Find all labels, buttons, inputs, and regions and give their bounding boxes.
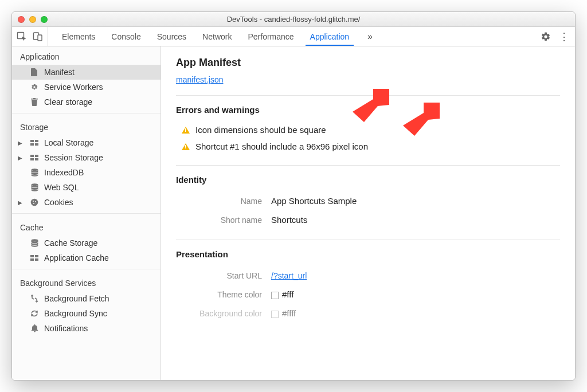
sidebar-item-local-storage[interactable]: ▶ Local Storage bbox=[12, 135, 161, 150]
sidebar-item-label: Background Sync bbox=[44, 309, 107, 318]
color-swatch bbox=[271, 311, 279, 318]
warning-text: Icon dimensions should be square bbox=[195, 125, 326, 135]
warning-text: Shortcut #1 should include a 96x96 pixel… bbox=[195, 142, 368, 151]
sidebar-item-label: Cookies bbox=[44, 198, 73, 207]
warning-icon bbox=[182, 143, 190, 150]
minimize-window-button[interactable] bbox=[29, 16, 36, 23]
tab-application[interactable]: Application bbox=[302, 27, 358, 46]
sidebar-item-label: Notifications bbox=[44, 324, 88, 333]
table-icon bbox=[30, 155, 38, 160]
svg-rect-20 bbox=[30, 258, 34, 261]
sidebar-item-indexeddb[interactable]: ▶ IndexedDB bbox=[12, 165, 161, 180]
identity-shortname-label: Short name bbox=[176, 215, 271, 225]
database-icon bbox=[30, 239, 38, 247]
tab-elements[interactable]: Elements bbox=[54, 27, 103, 46]
svg-point-12 bbox=[31, 183, 38, 186]
svg-rect-5 bbox=[30, 143, 34, 146]
sidebar-group-application: Application bbox=[12, 46, 161, 65]
presentation-title: Presentation bbox=[176, 249, 560, 259]
identity-name-label: Name bbox=[176, 197, 271, 206]
sidebar-group-storage: Storage bbox=[12, 117, 161, 135]
presentation-block: Presentation Start URL /?start_url Theme… bbox=[176, 240, 560, 333]
errors-block: Errors and warnings Icon dimensions shou… bbox=[176, 96, 560, 166]
sidebar-item-label: Application Cache bbox=[44, 253, 109, 262]
annotation-arrow-icon bbox=[353, 89, 389, 122]
manifest-link[interactable]: manifest.json bbox=[176, 75, 223, 84]
identity-shortname-row: Short name Shortcuts bbox=[176, 210, 560, 229]
sidebar-item-session-storage[interactable]: ▶ Session Storage bbox=[12, 150, 161, 165]
sidebar-item-label: Local Storage bbox=[44, 138, 93, 147]
sidebar-item-label: IndexedDB bbox=[44, 168, 84, 177]
maximize-window-button[interactable] bbox=[41, 16, 48, 23]
titlebar: DevTools - candied-flossy-fold.glitch.me… bbox=[12, 12, 575, 27]
sidebar-item-label: Session Storage bbox=[44, 153, 103, 162]
presentation-themecolor-value: #fff bbox=[271, 289, 294, 299]
main-panel: App Manifest manifest.json Errors and wa… bbox=[161, 46, 575, 380]
tab-network[interactable]: Network bbox=[194, 27, 240, 46]
identity-name-value: App Shortcuts Sample bbox=[271, 196, 357, 206]
start-url-link[interactable]: /?start_url bbox=[271, 271, 307, 280]
kebab-menu-icon[interactable]: ⋮ bbox=[559, 30, 567, 43]
page-title: App Manifest bbox=[176, 57, 560, 69]
svg-point-11 bbox=[31, 168, 38, 171]
svg-rect-18 bbox=[30, 255, 34, 257]
identity-block: Identity Name App Shortcuts Sample Short… bbox=[176, 166, 560, 240]
color-swatch bbox=[271, 292, 279, 299]
presentation-bgcolor-row: Background color #ffff bbox=[176, 304, 560, 323]
identity-name-row: Name App Shortcuts Sample bbox=[176, 191, 560, 210]
sidebar-item-label: Cache Storage bbox=[44, 238, 97, 248]
presentation-themecolor-row: Theme color #fff bbox=[176, 285, 560, 304]
svg-rect-7 bbox=[30, 155, 34, 157]
table-icon bbox=[30, 255, 38, 261]
warning-icon bbox=[182, 127, 190, 134]
warning-row: Shortcut #1 should include a 96x96 pixel… bbox=[176, 138, 560, 155]
sidebar-item-background-sync[interactable]: ▶ Background Sync bbox=[12, 306, 161, 321]
svg-marker-23 bbox=[403, 103, 440, 136]
device-toggle-icon[interactable] bbox=[33, 32, 43, 42]
content-area: Application ▶ Manifest ▶ Service Workers… bbox=[12, 46, 575, 380]
close-window-button[interactable] bbox=[18, 16, 25, 23]
identity-title: Identity bbox=[176, 175, 560, 185]
presentation-bgcolor-value: #ffff bbox=[271, 308, 296, 318]
sidebar-item-cookies[interactable]: ▶ Cookies bbox=[12, 195, 161, 210]
identity-shortname-value: Shortcuts bbox=[271, 215, 307, 225]
svg-rect-21 bbox=[35, 258, 38, 261]
gear-icon bbox=[30, 83, 38, 91]
sidebar-item-label: Manifest bbox=[44, 68, 75, 77]
sidebar-item-label: Background Fetch bbox=[44, 294, 109, 303]
inspect-icon[interactable] bbox=[17, 32, 27, 42]
sidebar-item-notifications[interactable]: ▶ Notifications bbox=[12, 321, 161, 336]
sync-icon bbox=[30, 309, 38, 317]
settings-gear-icon[interactable] bbox=[541, 32, 551, 42]
database-icon bbox=[30, 168, 38, 177]
window-title: DevTools - candied-flossy-fold.glitch.me… bbox=[12, 15, 575, 23]
sidebar-item-clear-storage[interactable]: ▶ Clear storage bbox=[12, 95, 161, 109]
tab-sources[interactable]: Sources bbox=[149, 27, 194, 46]
database-icon bbox=[30, 183, 38, 191]
sidebar-item-websql[interactable]: ▶ Web SQL bbox=[12, 180, 161, 195]
presentation-starturl-label: Start URL bbox=[176, 271, 271, 280]
more-tabs-button[interactable]: » bbox=[363, 32, 377, 42]
svg-rect-6 bbox=[35, 143, 38, 146]
sidebar-item-manifest[interactable]: ▶ Manifest bbox=[12, 65, 161, 80]
cookie-icon bbox=[30, 198, 38, 206]
tab-console[interactable]: Console bbox=[103, 27, 148, 46]
sidebar: Application ▶ Manifest ▶ Service Workers… bbox=[12, 46, 161, 380]
sidebar-item-service-workers[interactable]: ▶ Service Workers bbox=[12, 80, 161, 95]
annotation-arrow-icon bbox=[403, 103, 440, 136]
svg-rect-19 bbox=[35, 255, 38, 257]
devtools-toolbar: Elements Console Sources Network Perform… bbox=[12, 27, 575, 46]
presentation-bgcolor-label: Background color bbox=[176, 309, 271, 318]
tab-performance[interactable]: Performance bbox=[240, 27, 302, 46]
sidebar-item-application-cache[interactable]: ▶ Application Cache bbox=[12, 250, 161, 265]
sidebar-item-label: Service Workers bbox=[44, 83, 103, 92]
sidebar-item-cache-storage[interactable]: ▶ Cache Storage bbox=[12, 236, 161, 250]
svg-rect-9 bbox=[30, 158, 34, 160]
sidebar-item-background-fetch[interactable]: ▶ Background Fetch bbox=[12, 291, 161, 306]
warning-row: Icon dimensions should be square bbox=[176, 121, 560, 138]
svg-rect-3 bbox=[30, 140, 34, 142]
sidebar-item-label: Clear storage bbox=[44, 97, 92, 107]
presentation-starturl-row: Start URL /?start_url bbox=[176, 266, 560, 285]
svg-point-13 bbox=[31, 199, 38, 206]
sidebar-group-bgservices: Background Services bbox=[12, 273, 161, 291]
